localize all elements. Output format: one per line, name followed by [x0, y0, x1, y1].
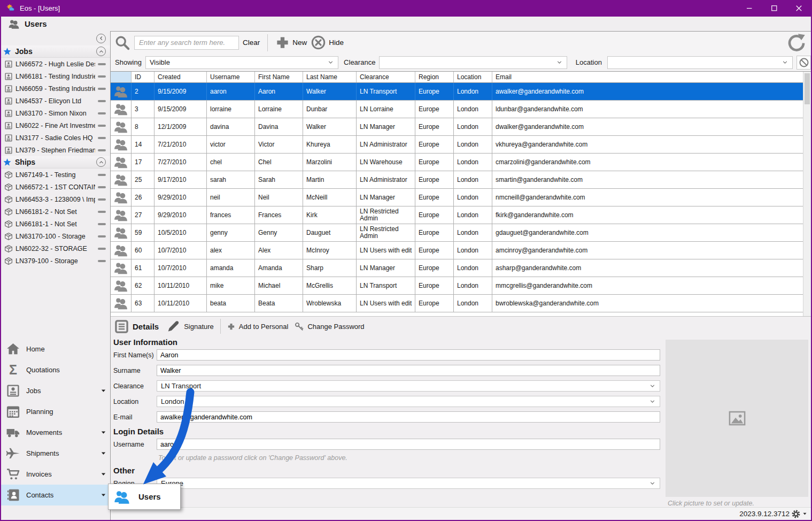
table-row[interactable]: 27 9/29/2010 frances Frances Kirk LN Res… [111, 206, 811, 224]
column-header-id[interactable]: ID [132, 72, 154, 82]
search-input[interactable] [134, 36, 239, 50]
collapse-sidebar-button[interactable] [96, 34, 106, 43]
drag-handle-icon[interactable] [98, 137, 106, 139]
drag-handle-icon[interactable] [98, 211, 106, 213]
job-item[interactable]: LN63170 - Simon Nixon [1, 107, 110, 119]
table-row[interactable]: 25 9/17/2010 sarah Sarah Martin LN Admin… [111, 171, 811, 189]
column-header-email[interactable]: Email [492, 72, 811, 82]
ship-item[interactable]: LN66572-1 - 1ST CONTAINER [1, 181, 110, 193]
user-picture[interactable] [666, 340, 808, 497]
job-item[interactable]: LN6022 - Fine Art Investment [1, 119, 110, 132]
scrollbar-thumb[interactable] [805, 73, 810, 104]
job-item[interactable]: LN66181 - Testing Industries L [1, 70, 110, 82]
collapse-jobs-button[interactable] [96, 47, 106, 56]
table-row[interactable]: 17 7/27/2010 chel Chel Marzolini LN Ware… [111, 154, 811, 171]
job-item[interactable]: LN64537 - Elicyon Ltd [1, 95, 110, 107]
dropdown-arrow-icon[interactable] [100, 492, 106, 498]
refresh-button[interactable] [786, 33, 806, 52]
nav-item-planning[interactable]: Planning [1, 401, 110, 422]
column-header-clearance[interactable]: Clearance [357, 72, 415, 82]
surname-field[interactable] [157, 365, 660, 376]
showing-select[interactable]: Visible [145, 56, 338, 69]
drag-handle-icon[interactable] [98, 88, 106, 90]
drag-handle-icon[interactable] [98, 186, 106, 188]
column-header-username[interactable]: Username [207, 72, 255, 82]
table-row[interactable]: 2 9/15/2009 aaron Aaron Walker LN Transp… [111, 83, 811, 101]
tab-details[interactable]: Details [114, 319, 159, 334]
dropdown-arrow-icon[interactable] [100, 471, 106, 477]
column-header-region[interactable]: Region [415, 72, 454, 82]
drag-handle-icon[interactable] [98, 112, 106, 114]
close-button[interactable] [786, 0, 811, 17]
email-field[interactable] [157, 411, 660, 423]
ship-item[interactable]: LN66453-3 - 1238009 \ Import [1, 193, 110, 205]
nav-item-movements[interactable]: Movements [1, 422, 110, 443]
clearance-field[interactable]: LN Transport [157, 380, 660, 392]
table-row[interactable]: 62 10/11/2010 mike Michael McGrellis LN … [111, 277, 811, 295]
clear-filters-button[interactable] [796, 56, 811, 70]
nav-item-home[interactable]: Home [1, 339, 110, 359]
maximize-button[interactable] [762, 0, 786, 17]
ship-item[interactable]: LN66181-1 - Not Set [1, 218, 110, 230]
drag-handle-icon[interactable] [98, 75, 106, 78]
clear-button[interactable]: Clear [243, 39, 260, 47]
clearance-select[interactable] [379, 56, 567, 69]
table-row[interactable]: 26 9/29/2010 neil Neil McNeill LN Manage… [111, 189, 811, 206]
job-item[interactable]: LN379 - Stephen Friedman Ga [1, 144, 110, 156]
column-header-first-name[interactable]: First Name [255, 72, 303, 82]
username-field[interactable] [157, 439, 660, 450]
change-password-button[interactable]: Change Password [295, 322, 364, 331]
location-field[interactable]: London [157, 396, 660, 407]
new-button[interactable]: New [275, 35, 307, 50]
drag-handle-icon[interactable] [98, 260, 106, 262]
ship-item[interactable]: LN66181-2 - Not Set [1, 205, 110, 218]
drag-handle-icon[interactable] [98, 235, 106, 237]
dropdown-arrow-icon[interactable] [100, 388, 106, 394]
table-scrollbar[interactable] [803, 72, 811, 316]
tab-signature[interactable]: Signature [166, 319, 214, 333]
hide-button[interactable]: Hide [311, 35, 344, 50]
nav-item-invoices[interactable]: Invoices [1, 464, 110, 485]
drag-handle-icon[interactable] [98, 100, 106, 102]
table-row[interactable]: 14 7/21/2010 victor Victor Khureya LN Ad… [111, 136, 811, 154]
region-field[interactable]: Europe [157, 478, 660, 489]
drag-handle-icon[interactable] [98, 149, 106, 151]
nav-item-quotations[interactable]: Σ Quotations [1, 359, 110, 380]
table-row[interactable]: 8 12/1/2009 davina Davina Walker LN Mana… [111, 118, 811, 136]
drag-handle-icon[interactable] [98, 223, 106, 225]
nav-item-contacts[interactable]: Contacts [1, 485, 110, 505]
collapse-ships-button[interactable] [96, 157, 106, 167]
minimize-button[interactable] [737, 0, 762, 17]
ship-item[interactable]: LN67149-1 - Testing [1, 168, 110, 181]
ships-section-header[interactable]: Ships [1, 156, 110, 168]
job-item[interactable]: LN3177 - Sadie Coles HQ [1, 132, 110, 144]
job-item[interactable]: LN66572 - Hugh Leslie Design [1, 58, 110, 70]
table-row[interactable]: 60 10/7/2010 alex Alex McInroy LN Users … [111, 242, 811, 259]
table-row[interactable]: 61 10/7/2010 amanda Amanda Sharp LN Mana… [111, 259, 811, 277]
nav-item-shipments[interactable]: Shipments [1, 443, 110, 464]
dropdown-arrow-icon[interactable] [100, 430, 106, 435]
drag-handle-icon[interactable] [98, 248, 106, 250]
column-header-location[interactable]: Location [454, 72, 492, 82]
drag-handle-icon[interactable] [98, 198, 106, 201]
ship-item[interactable]: LN379-100 - Storage [1, 255, 110, 267]
location-select[interactable] [607, 56, 793, 69]
first-name-field[interactable] [157, 349, 660, 361]
column-header-created[interactable]: Created [154, 72, 207, 82]
table-row[interactable]: 3 9/15/2009 lorraine Lorraine Dunbar LN … [111, 101, 811, 118]
drag-handle-icon[interactable] [98, 63, 106, 65]
drag-handle-icon[interactable] [98, 174, 106, 176]
column-header-last-name[interactable]: Last Name [303, 72, 357, 82]
job-item[interactable]: LN66059 - Testing Industries L [1, 82, 110, 95]
ship-item[interactable]: LN63170-100 - Storage [1, 230, 110, 242]
drag-handle-icon[interactable] [98, 125, 106, 127]
chevron-down-icon[interactable] [802, 511, 807, 516]
users-flyout[interactable]: Users [108, 484, 181, 510]
table-row[interactable]: 63 10/11/2010 beata Beata Wroblewska LN … [111, 295, 811, 312]
nav-item-jobs[interactable]: Jobs [1, 380, 110, 401]
dropdown-arrow-icon[interactable] [100, 450, 106, 456]
table-row[interactable]: 59 10/5/2010 genny Genny Dauguet LN Rest… [111, 224, 811, 242]
jobs-section-header[interactable]: Jobs [1, 45, 110, 58]
add-to-personal-button[interactable]: Add to Personal [227, 323, 289, 331]
gear-icon[interactable] [791, 509, 801, 519]
